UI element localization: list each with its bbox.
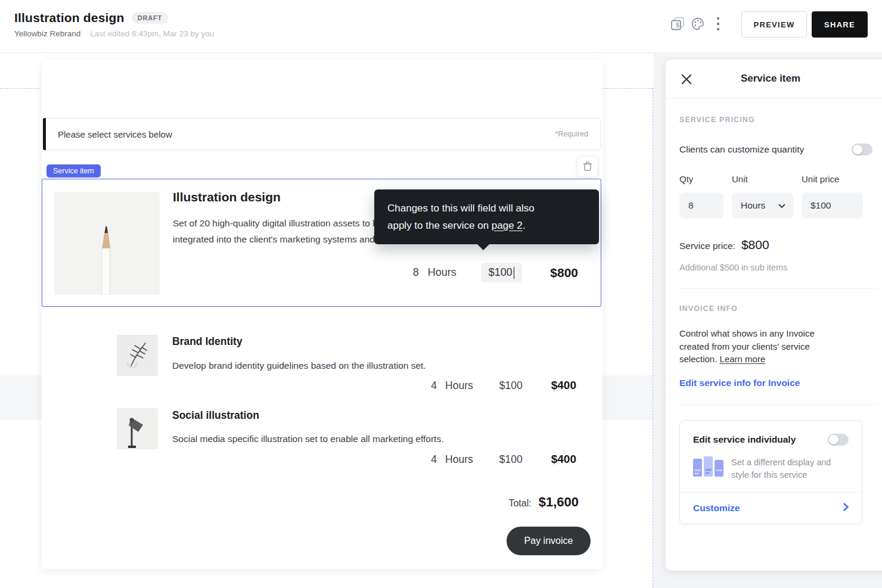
invoice-info-section-label: INVOICE INFO (679, 304, 872, 313)
services-question-field[interactable]: Please select services below *Required (43, 118, 601, 150)
subitem-image-lamp (117, 408, 158, 449)
document-title: Illustration design (14, 11, 125, 25)
edit-individually-toggle[interactable] (828, 434, 849, 446)
customize-row[interactable]: Customize (693, 493, 849, 524)
unit-price-inline-input[interactable]: $100 (481, 263, 523, 282)
unit-price-input[interactable]: $100 (802, 192, 863, 219)
subitem-unit[interactable]: Hours (445, 453, 473, 466)
last-edited-text: Last edited 6:43pm, Mar 23 by you (90, 29, 214, 38)
edit-service-info-link[interactable]: Edit service info for Invoice (679, 378, 800, 388)
palette-icon (690, 15, 706, 34)
unit-select[interactable]: Hours (732, 192, 793, 219)
total-value: $1,600 (539, 494, 579, 510)
subitem-unit[interactable]: Hours (445, 379, 473, 392)
customize-link[interactable]: Customize (693, 503, 740, 514)
service-item-badge: Service item (46, 164, 101, 178)
services-form-card: Please select services below *Required S… (42, 60, 603, 569)
subitem-qty[interactable]: 4 (431, 379, 437, 392)
chevron-down-icon (778, 200, 785, 211)
tooltip-arrow (477, 244, 490, 250)
service-price-value: $800 (741, 238, 769, 252)
delete-service-button[interactable] (577, 156, 598, 178)
service-qty[interactable]: 8 (413, 266, 419, 279)
app-window: Illustration design DRAFT Yellowbiz Rebr… (0, 0, 882, 588)
qty-label: Qty (679, 174, 732, 184)
service-unit[interactable]: Hours (428, 266, 456, 279)
subitem-qty[interactable]: 4 (431, 453, 437, 466)
service-pricing-section-label: SERVICE PRICING (679, 116, 872, 124)
pages-button[interactable]: 5 (667, 11, 688, 38)
pages-icon: 5 (669, 15, 686, 34)
order-total: Total: $1,600 (508, 494, 579, 510)
edit-individually-card: Edit service individualy (679, 420, 862, 524)
required-note: *Required (555, 130, 588, 138)
display-style-icon (693, 456, 724, 481)
top-bar: Illustration design DRAFT Yellowbiz Rebr… (0, 0, 882, 53)
subitem-unit-price[interactable]: $100 (499, 379, 523, 392)
subitem-description[interactable]: Develop brand identity guidelines based … (172, 360, 426, 371)
panel-title: Service item (666, 73, 875, 85)
service-line-total: $800 (550, 266, 578, 280)
invoice-info-paragraph: Control what shows in any Invoice create… (679, 327, 840, 366)
more-options-button[interactable] (708, 11, 728, 38)
sync-warning-tooltip: Changes to this will field will also app… (374, 189, 599, 244)
question-accent-bar (43, 118, 46, 150)
customize-quantity-label: Clients can customize quantity (679, 144, 804, 155)
subitem-title[interactable]: Social illustration (172, 409, 259, 422)
question-text: Please select services below (58, 129, 172, 139)
kebab-menu-icon (716, 17, 720, 33)
theme-button[interactable] (688, 11, 708, 38)
toggle-knob (829, 435, 838, 444)
svg-text:5: 5 (676, 22, 680, 29)
subitem-line-total: $400 (551, 379, 576, 392)
edit-individually-label: Edit service individualy (693, 434, 796, 445)
chevron-right-icon (843, 503, 849, 514)
project-name[interactable]: Yellowbiz Rebrand (14, 29, 80, 38)
subitem-image-plant (117, 335, 158, 376)
service-title[interactable]: Illustration design (173, 190, 281, 204)
pay-invoice-button[interactable]: Pay invoice (507, 527, 591, 555)
panel-header: Service item (666, 60, 882, 99)
service-price-label: Service price: (679, 241, 735, 251)
editor-canvas: Please select services below *Required S… (0, 53, 882, 588)
customize-quantity-toggle[interactable] (852, 144, 872, 155)
preview-button[interactable]: PREVIEW (741, 11, 807, 38)
service-image-pencil (54, 192, 160, 295)
unit-price-label: Unit price (802, 174, 839, 184)
subitem-description[interactable]: Social media specific illustration set t… (172, 434, 443, 444)
qty-input[interactable]: 8 (679, 192, 723, 219)
unit-label: Unit (732, 174, 802, 184)
learn-more-link[interactable]: Learn more (720, 354, 766, 364)
share-button[interactable]: SHARE (812, 11, 868, 38)
service-item-panel: Service item SERVICE PRICING Clients can… (666, 60, 882, 571)
trash-icon (583, 161, 592, 173)
page-2-link[interactable]: page 2 (492, 220, 523, 231)
toggle-knob (853, 145, 862, 154)
canvas-edge-guide (653, 88, 653, 588)
text-cursor (514, 267, 515, 279)
total-label: Total: (508, 498, 531, 509)
edit-individually-description: Set a different display and style for th… (731, 456, 831, 481)
subitem-title[interactable]: Brand Identity (172, 335, 243, 348)
subitem-unit-price[interactable]: $100 (499, 453, 523, 466)
draft-badge: DRAFT (132, 12, 168, 24)
subitem-line-total: $400 (551, 453, 576, 466)
sub-items-note: Additional $500 in sub items (679, 263, 872, 272)
